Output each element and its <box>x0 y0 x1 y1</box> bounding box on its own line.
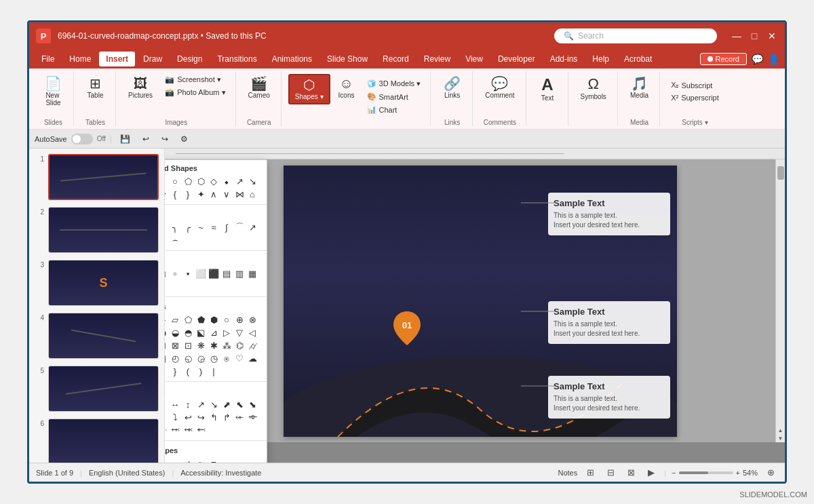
chart-button[interactable]: 📊 Chart <box>363 104 425 115</box>
shape-item[interactable]: ∫ <box>220 221 233 233</box>
shape-item[interactable]: ◶ <box>195 352 207 364</box>
slide-item-2[interactable]: 2 <box>33 206 160 254</box>
shape-item[interactable]: ⌣ <box>165 234 168 246</box>
icons-button[interactable]: ☺ Icons <box>333 74 360 102</box>
shape-item[interactable]: ◇ <box>165 313 168 326</box>
record-button[interactable]: Record <box>700 53 747 65</box>
shape-item[interactable]: ⬈ <box>220 398 233 410</box>
shape-item[interactable]: ↘ <box>246 175 258 187</box>
shape-item[interactable]: ⊿ <box>208 326 220 338</box>
shape-item[interactable]: | <box>208 365 220 377</box>
search-bar[interactable]: 🔍 Search <box>554 28 717 43</box>
menu-developer[interactable]: Developer <box>491 52 542 66</box>
shape-item[interactable]: ◻ <box>165 267 168 279</box>
shape-item[interactable]: ☁ <box>246 352 258 364</box>
shape-item[interactable]: ⊕ <box>233 313 246 326</box>
qa-more-icon[interactable]: ⚙ <box>176 133 192 145</box>
pictures-button[interactable]: 🖼 Pictures <box>123 74 158 102</box>
shape-item[interactable]: ∨ <box>220 188 233 200</box>
shape-item[interactable]: ⬢ <box>208 313 220 326</box>
shape-item[interactable]: ( <box>182 365 194 377</box>
normal-view-button[interactable]: ⊞ <box>583 465 598 480</box>
superscript-button[interactable]: X² Superscript <box>667 92 723 103</box>
shape-item[interactable]: ◒ <box>169 326 181 338</box>
slide-item-4[interactable]: 4 <box>33 311 160 360</box>
shape-item[interactable]: ⌬ <box>233 339 246 351</box>
menu-help[interactable]: Help <box>585 52 616 66</box>
shape-item[interactable]: ≈ <box>208 221 220 233</box>
shape-item[interactable]: ↗ <box>246 221 258 233</box>
menu-slideshow[interactable]: Slide Show <box>320 52 374 66</box>
shape-item[interactable]: ↕ <box>182 398 194 410</box>
shape-item[interactable]: ⟳ <box>165 188 168 200</box>
slide-sorter-button[interactable]: ⊟ <box>603 465 618 480</box>
symbols-button[interactable]: Ω Symbols <box>575 74 612 103</box>
3d-models-button[interactable]: 🧊 3D Models ▾ <box>363 78 425 90</box>
screenshot-button[interactable]: 📷 Screenshot ▾ <box>161 74 229 85</box>
shape-item[interactable]: ♡ <box>233 352 246 364</box>
shape-item[interactable]: ⬜ <box>195 267 207 279</box>
shape-item[interactable]: ◵ <box>182 352 194 364</box>
menu-animations[interactable]: Animations <box>265 52 319 66</box>
shape-item[interactable]: ⬥ <box>220 175 233 187</box>
shape-item[interactable]: ⬸ <box>165 424 168 436</box>
shape-item[interactable]: { <box>169 188 181 200</box>
shape-item[interactable]: ⬛ <box>208 267 220 279</box>
fit-slide-button[interactable]: ⊕ <box>763 465 778 480</box>
menu-transitions[interactable]: Transitions <box>210 52 263 66</box>
autosave-toggle[interactable] <box>71 134 93 144</box>
shape-item[interactable]: ↰ <box>208 411 220 423</box>
shape-item[interactable]: ◓ <box>182 326 194 338</box>
shape-item[interactable]: ⬕ <box>195 326 207 338</box>
slideshow-button[interactable]: ▶ <box>644 465 659 480</box>
shape-item[interactable]: ⬠ <box>182 175 194 187</box>
shape-item[interactable]: ↗ <box>195 398 207 410</box>
shape-item[interactable]: ↘ <box>208 398 220 410</box>
shape-item[interactable]: ⌭ <box>246 339 258 351</box>
zoom-slider[interactable] <box>679 471 733 474</box>
shape-item[interactable]: ▫ <box>169 267 181 279</box>
comment-button[interactable]: 💬 Comment <box>480 74 520 102</box>
shape-item[interactable]: ⌂ <box>246 188 258 200</box>
shape-item[interactable]: ⌒ <box>233 221 246 233</box>
shape-item[interactable]: ╭ <box>182 221 194 233</box>
menu-addins[interactable]: Add-ins <box>543 52 585 66</box>
shape-item[interactable]: ▷ <box>220 326 233 338</box>
shape-item[interactable]: ⬻ <box>195 424 207 436</box>
shape-item[interactable]: ⊗ <box>246 313 258 326</box>
shape-item[interactable]: ~ <box>195 221 207 233</box>
shape-item[interactable]: ▪ <box>182 267 194 279</box>
shape-item[interactable]: ≈ <box>195 457 207 463</box>
zoom-out-button[interactable]: − <box>672 469 676 477</box>
shape-item[interactable]: ⊡ <box>182 339 194 351</box>
shape-item[interactable]: ÷ <box>165 457 168 463</box>
shape-item[interactable]: ◴ <box>169 352 181 364</box>
shape-item[interactable]: ⬟ <box>195 313 207 326</box>
menu-record[interactable]: Record <box>376 52 416 66</box>
shape-item[interactable]: ⊠ <box>169 339 181 351</box>
shape-item[interactable]: ⤴ <box>165 411 168 423</box>
vertical-scrollbar[interactable]: ▼ ▲ <box>775 159 785 442</box>
maximize-button[interactable]: □ <box>748 30 760 42</box>
menu-file[interactable]: File <box>35 52 61 66</box>
shape-item[interactable]: ⬇ <box>165 398 168 410</box>
photo-album-button[interactable]: 📸 Photo Album ▾ <box>161 87 229 98</box>
reading-view-button[interactable]: ⊠ <box>623 465 638 480</box>
new-slide-button[interactable]: 📄 NewSlide <box>39 74 67 109</box>
shape-item[interactable]: ▥ <box>233 267 246 279</box>
shape-item[interactable]: } <box>182 188 194 200</box>
table-button[interactable]: ⊞ Table <box>82 74 109 102</box>
menu-acrobat[interactable]: Acrobat <box>617 52 659 66</box>
shape-item[interactable]: │ <box>165 221 168 233</box>
shape-item[interactable]: ⁂ <box>220 339 233 351</box>
shape-item[interactable]: ◑ <box>165 326 168 338</box>
zoom-in-button[interactable]: + <box>736 469 740 477</box>
shape-item[interactable]: ⤵ <box>169 411 181 423</box>
menu-insert[interactable]: Insert <box>99 52 135 66</box>
slide-item-6[interactable]: 6 <box>33 417 160 463</box>
save-icon[interactable]: 💾 <box>116 133 134 145</box>
shape-item[interactable]: ▦ <box>246 267 258 279</box>
shape-item[interactable]: ◁ <box>246 326 258 338</box>
comment-icon[interactable]: 💬 <box>751 53 763 65</box>
shape-item[interactable]: { <box>165 365 168 377</box>
